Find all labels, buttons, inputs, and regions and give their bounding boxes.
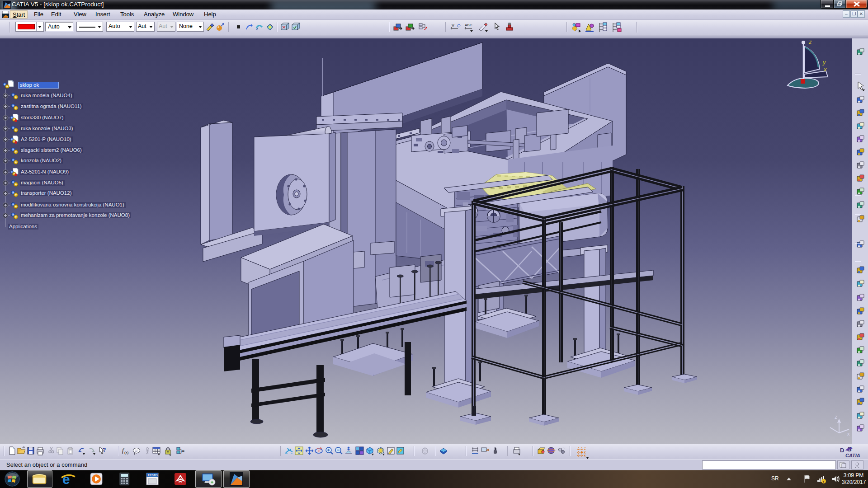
svg-text:CATIA: CATIA: [845, 453, 860, 458]
svg-text:x: x: [847, 431, 850, 436]
svg-text:z: z: [808, 38, 812, 45]
svg-text:!: !: [823, 480, 824, 484]
svg-text:e: e: [62, 472, 70, 487]
svg-text:?: ?: [103, 447, 106, 453]
svg-text:ABC: ABC: [465, 23, 472, 27]
svg-text:}=: }=: [180, 449, 184, 454]
svg-text:z: z: [835, 414, 837, 420]
svg-text:D: D: [840, 447, 844, 454]
svg-text:x: x: [823, 66, 827, 73]
svg-text:(x): (x): [124, 450, 129, 455]
svg-text:FESTO: FESTO: [148, 474, 158, 477]
svg-text:V: V: [452, 23, 454, 28]
